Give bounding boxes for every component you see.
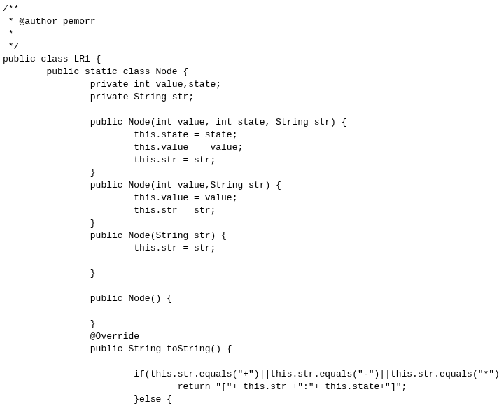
- java-source-code: /** * @author pemorr * */ public class L…: [0, 0, 504, 420]
